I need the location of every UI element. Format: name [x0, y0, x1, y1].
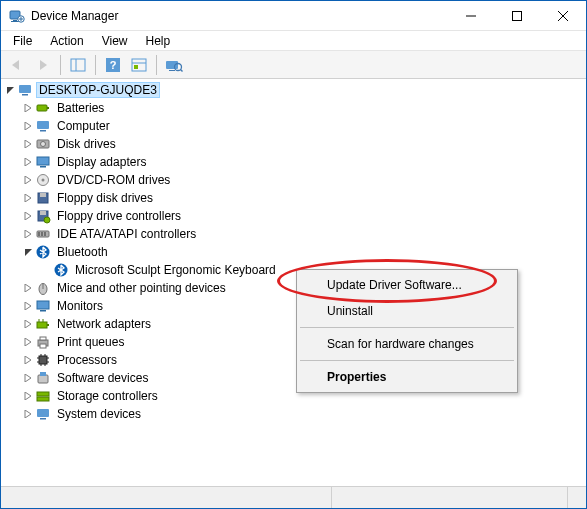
svg-rect-2 [11, 21, 19, 22]
expand-icon[interactable] [21, 335, 35, 349]
expand-icon[interactable] [21, 371, 35, 385]
svg-rect-38 [41, 232, 43, 236]
tree-category-floppy-controllers[interactable]: Floppy drive controllers [19, 207, 586, 225]
svg-rect-16 [169, 70, 175, 71]
menu-action[interactable]: Action [42, 33, 91, 49]
resize-grip[interactable] [568, 487, 586, 508]
svg-rect-1 [13, 20, 17, 21]
disk-icon [35, 136, 51, 152]
menubar: File Action View Help [1, 31, 586, 51]
tree-category-display-adapters[interactable]: Display adapters [19, 153, 586, 171]
bluetooth-icon [53, 262, 69, 278]
expand-icon[interactable] [21, 137, 35, 151]
expand-icon[interactable] [21, 173, 35, 187]
tree-category-batteries[interactable]: Batteries [19, 99, 586, 117]
context-menu: Update Driver Software... Uninstall Scan… [296, 269, 518, 393]
context-separator [300, 360, 514, 361]
tree-root[interactable]: DESKTOP-GJUQDE3 [1, 81, 586, 99]
context-uninstall[interactable]: Uninstall [299, 298, 515, 324]
tree-root-label: DESKTOP-GJUQDE3 [37, 83, 159, 97]
toolbar: ? [1, 51, 586, 79]
expand-icon[interactable] [3, 83, 17, 97]
menu-view[interactable]: View [94, 33, 136, 49]
expand-icon[interactable] [21, 155, 35, 169]
toolbar-separator [95, 55, 96, 75]
svg-rect-24 [40, 130, 46, 132]
expand-icon[interactable] [21, 191, 35, 205]
status-pane [1, 487, 332, 508]
minimize-button[interactable] [448, 1, 494, 31]
context-properties[interactable]: Properties [299, 364, 515, 390]
tree-category-bluetooth[interactable]: Bluetooth [19, 243, 586, 261]
software-device-icon [35, 370, 51, 386]
context-separator [300, 327, 514, 328]
back-button[interactable] [5, 54, 29, 76]
svg-rect-44 [37, 301, 49, 309]
tree-category-system-devices[interactable]: System devices [19, 405, 586, 423]
svg-point-35 [44, 217, 50, 223]
expand-icon[interactable] [21, 317, 35, 331]
svg-rect-53 [39, 356, 47, 364]
floppy-icon [35, 190, 51, 206]
svg-rect-5 [513, 11, 522, 20]
computer-icon [35, 118, 51, 134]
expand-icon[interactable] [21, 353, 35, 367]
expand-icon[interactable] [21, 407, 35, 421]
monitor-icon [35, 298, 51, 314]
tree-category-floppy-disk[interactable]: Floppy disk drives [19, 189, 586, 207]
toolbar-separator [60, 55, 61, 75]
expand-icon[interactable] [21, 281, 35, 295]
svg-rect-21 [37, 105, 47, 111]
display-adapter-icon [35, 154, 51, 170]
storage-controller-icon [35, 388, 51, 404]
svg-rect-37 [38, 232, 40, 236]
maximize-button[interactable] [494, 1, 540, 31]
titlebar: Device Manager [1, 1, 586, 31]
computer-icon [17, 82, 33, 98]
battery-icon [35, 100, 51, 116]
svg-rect-20 [22, 94, 28, 96]
svg-rect-23 [37, 121, 49, 129]
svg-rect-28 [40, 166, 46, 168]
svg-rect-67 [40, 418, 46, 420]
window-title: Device Manager [31, 9, 448, 23]
tree-category-disk-drives[interactable]: Disk drives [19, 135, 586, 153]
printer-icon [35, 334, 51, 350]
svg-rect-52 [40, 344, 46, 348]
show-hide-console-tree-button[interactable] [66, 54, 90, 76]
svg-rect-39 [44, 232, 46, 236]
svg-text:?: ? [110, 59, 117, 71]
expand-icon[interactable] [21, 389, 35, 403]
statusbar [1, 486, 586, 508]
context-update-driver[interactable]: Update Driver Software... [299, 272, 515, 298]
collapse-icon[interactable] [21, 245, 35, 259]
tree-category-computer[interactable]: Computer [19, 117, 586, 135]
expand-icon[interactable] [21, 299, 35, 313]
properties-button[interactable] [127, 54, 151, 76]
svg-point-30 [42, 179, 45, 182]
context-scan-hardware[interactable]: Scan for hardware changes [299, 331, 515, 357]
svg-rect-62 [38, 375, 48, 383]
svg-rect-51 [40, 337, 46, 340]
tree-category-ide-ata[interactable]: IDE ATA/ATAPI controllers [19, 225, 586, 243]
forward-button[interactable] [31, 54, 55, 76]
menu-file[interactable]: File [5, 33, 40, 49]
processor-icon [35, 352, 51, 368]
scan-hardware-button[interactable] [162, 54, 186, 76]
expand-icon[interactable] [21, 227, 35, 241]
menu-help[interactable]: Help [138, 33, 179, 49]
close-button[interactable] [540, 1, 586, 31]
tree-category-dvd-cdrom[interactable]: DVD/CD-ROM drives [19, 171, 586, 189]
optical-drive-icon [35, 172, 51, 188]
svg-rect-22 [47, 107, 49, 109]
network-adapter-icon [35, 316, 51, 332]
expand-icon[interactable] [21, 209, 35, 223]
svg-rect-47 [47, 324, 49, 326]
svg-rect-46 [37, 322, 47, 328]
expand-icon[interactable] [21, 119, 35, 133]
svg-line-18 [181, 69, 183, 71]
expand-icon[interactable] [21, 101, 35, 115]
svg-rect-34 [40, 211, 46, 215]
help-button[interactable]: ? [101, 54, 125, 76]
floppy-controller-icon [35, 208, 51, 224]
